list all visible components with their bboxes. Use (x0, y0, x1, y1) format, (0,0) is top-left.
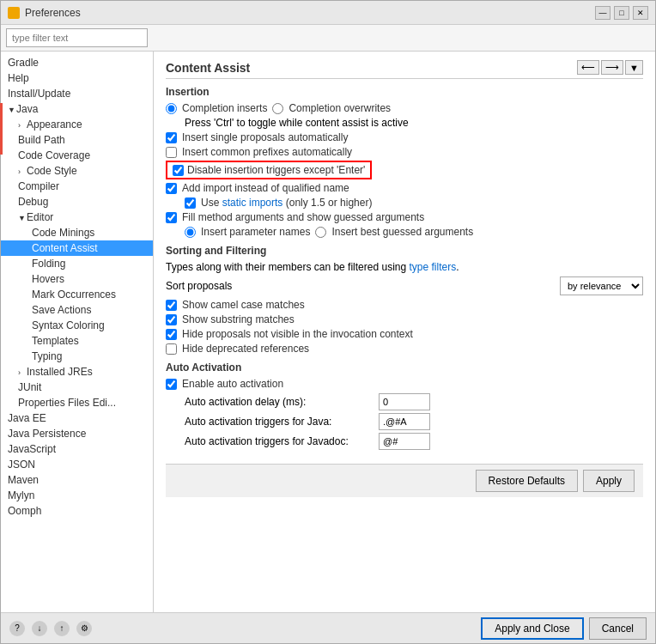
import-icon[interactable]: ↓ (32, 621, 47, 636)
use-static-imports-label[interactable]: Use static imports (only 1.5 or higher) (201, 197, 372, 209)
hide-not-visible-checkbox[interactable] (166, 329, 177, 340)
sidebar-item-appearance[interactable]: ›Appearance (1, 117, 153, 132)
minimize-button[interactable]: — (595, 6, 610, 20)
completion-overwrites-label[interactable]: Completion overwrites (289, 102, 391, 114)
insert-common-row: Insert common prefixes automatically (166, 146, 643, 158)
sidebar-item-install-update[interactable]: Install/Update (1, 86, 153, 101)
export-icon[interactable]: ↑ (54, 621, 70, 636)
sidebar-item-hovers[interactable]: Hovers (1, 271, 153, 287)
apply-button[interactable]: Apply (583, 470, 635, 492)
sort-proposals-label: Sort proposals (166, 280, 232, 292)
sidebar-item-javascript[interactable]: JavaScript (1, 441, 153, 457)
sort-proposals-row: Sort proposals by relevance alphabetical… (166, 276, 643, 295)
camel-case-label[interactable]: Show camel case matches (182, 299, 305, 311)
footer-buttons: Apply and Close Cancel (481, 617, 647, 640)
insert-single-checkbox[interactable] (166, 132, 177, 143)
sidebar-item-save-actions[interactable]: Save Actions (1, 302, 153, 318)
sidebar-item-mark-occurrences[interactable]: Mark Occurrences (1, 287, 153, 302)
sidebar-item-compiler[interactable]: Compiler (1, 179, 153, 194)
panel-title: Content Assist (166, 61, 250, 75)
restore-defaults-button[interactable]: Restore Defaults (476, 470, 578, 492)
completion-inserts-label[interactable]: Completion inserts (182, 102, 267, 114)
completion-inserts-radio[interactable] (166, 103, 177, 114)
param-names-row: Insert parameter names Insert best guess… (166, 226, 643, 238)
sidebar-item-syntax-coloring[interactable]: Syntax Coloring (1, 318, 153, 333)
sidebar-item-installed-jres[interactable]: ›Installed JREs (1, 364, 153, 380)
sidebar-item-json[interactable]: JSON (1, 457, 153, 472)
fill-method-checkbox[interactable] (166, 212, 177, 223)
enable-auto-activation-checkbox[interactable] (166, 379, 177, 390)
sidebar-item-junit[interactable]: JUnit (1, 380, 153, 395)
settings-icon[interactable]: ⚙ (76, 621, 92, 636)
sidebar-item-properties-files-editor[interactable]: Properties Files Edi... (1, 395, 153, 410)
static-imports-link[interactable]: static imports (222, 197, 283, 209)
maximize-button[interactable]: □ (614, 6, 629, 20)
ctrl-hint-text: Press 'Ctrl' to toggle while content ass… (185, 117, 409, 129)
ctrl-toggle-hint: Press 'Ctrl' to toggle while content ass… (166, 117, 643, 129)
help-icon[interactable]: ? (9, 621, 25, 636)
window-title: Preferences (25, 7, 81, 19)
sidebar: Gradle Help Install/Update ▼Java ›Appear… (1, 52, 154, 612)
substring-label[interactable]: Show substring matches (182, 313, 295, 325)
java-triggers-row: Auto activation triggers for Java: (166, 413, 643, 430)
sidebar-item-typing[interactable]: Typing (1, 349, 153, 364)
hide-deprecated-checkbox[interactable] (166, 343, 177, 355)
forward-button[interactable]: ⟶ (601, 60, 623, 75)
completion-overwrites-radio[interactable] (272, 103, 283, 114)
java-triggers-input[interactable] (379, 413, 430, 430)
preferences-window: Preferences — □ ✕ Gradle Help Install/Up… (0, 0, 656, 644)
sidebar-item-code-style[interactable]: ›Code Style (1, 163, 153, 179)
use-static-imports-checkbox[interactable] (185, 197, 196, 209)
java-triggers-label: Auto activation triggers for Java: (185, 416, 374, 428)
sidebar-item-editor[interactable]: ▼Editor (1, 210, 153, 225)
sidebar-item-mylyn[interactable]: Mylyn (1, 488, 153, 503)
insert-common-label[interactable]: Insert common prefixes automatically (182, 146, 352, 158)
app-icon (8, 7, 20, 19)
sidebar-item-java-ee[interactable]: Java EE (1, 410, 153, 426)
insert-single-label[interactable]: Insert single proposals automatically (182, 131, 348, 143)
substring-checkbox[interactable] (166, 314, 177, 325)
insert-common-checkbox[interactable] (166, 147, 177, 158)
sidebar-item-gradle[interactable]: Gradle (1, 55, 153, 70)
type-filters-link[interactable]: type filters (409, 261, 456, 273)
insert-param-names-label[interactable]: Insert parameter names (201, 226, 310, 238)
sidebar-item-java[interactable]: ▼Java (1, 101, 153, 117)
disable-triggers-label[interactable]: Disable insertion triggers except 'Enter… (187, 164, 365, 176)
sidebar-item-code-minings[interactable]: Code Minings (1, 225, 153, 240)
insert-param-names-radio[interactable] (185, 227, 196, 238)
hide-deprecated-label[interactable]: Hide deprecated references (182, 343, 309, 355)
sidebar-item-code-coverage[interactable]: Code Coverage (1, 148, 153, 163)
sidebar-item-help[interactable]: Help (1, 70, 153, 86)
hide-not-visible-label[interactable]: Hide proposals not visible in the invoca… (182, 328, 413, 340)
camel-case-checkbox[interactable] (166, 300, 177, 311)
disable-triggers-checkbox[interactable] (173, 165, 184, 176)
sidebar-item-folding[interactable]: Folding (1, 256, 153, 271)
insert-best-guessed-radio[interactable] (315, 227, 326, 238)
footer-icons-left: ? ↓ ↑ ⚙ (9, 621, 92, 636)
add-import-label[interactable]: Add import instead of qualified name (182, 182, 349, 194)
enable-auto-activation-label[interactable]: Enable auto activation (182, 378, 283, 390)
sidebar-item-java-persistence[interactable]: Java Persistence (1, 426, 153, 441)
javadoc-triggers-input[interactable] (379, 433, 430, 450)
insert-best-guessed-label[interactable]: Insert best guessed arguments (331, 226, 473, 238)
substring-row: Show substring matches (166, 313, 643, 325)
sidebar-item-maven[interactable]: Maven (1, 472, 153, 488)
nav-menu-button[interactable]: ▼ (625, 60, 643, 75)
main-content: Gradle Help Install/Update ▼Java ›Appear… (1, 52, 655, 612)
sidebar-item-build-path[interactable]: Build Path (1, 132, 153, 148)
filter-input[interactable] (6, 28, 148, 47)
add-import-checkbox[interactable] (166, 183, 177, 194)
close-button[interactable]: ✕ (633, 6, 648, 20)
cancel-button[interactable]: Cancel (589, 617, 647, 640)
sidebar-item-oomph[interactable]: Oomph (1, 503, 153, 519)
static-imports-row: Use static imports (only 1.5 or higher) (166, 197, 643, 209)
delay-input[interactable] (379, 393, 430, 410)
sidebar-item-content-assist[interactable]: Content Assist (1, 240, 153, 256)
sidebar-item-debug[interactable]: Debug (1, 194, 153, 210)
back-button[interactable]: ⟵ (577, 60, 599, 75)
sort-proposals-dropdown[interactable]: by relevance alphabetically (560, 276, 643, 295)
sidebar-item-templates[interactable]: Templates (1, 333, 153, 349)
apply-close-button[interactable]: Apply and Close (481, 617, 583, 640)
fill-method-label[interactable]: Fill method arguments and show guessed a… (182, 211, 424, 223)
bottom-buttons: Restore Defaults Apply (166, 464, 643, 497)
